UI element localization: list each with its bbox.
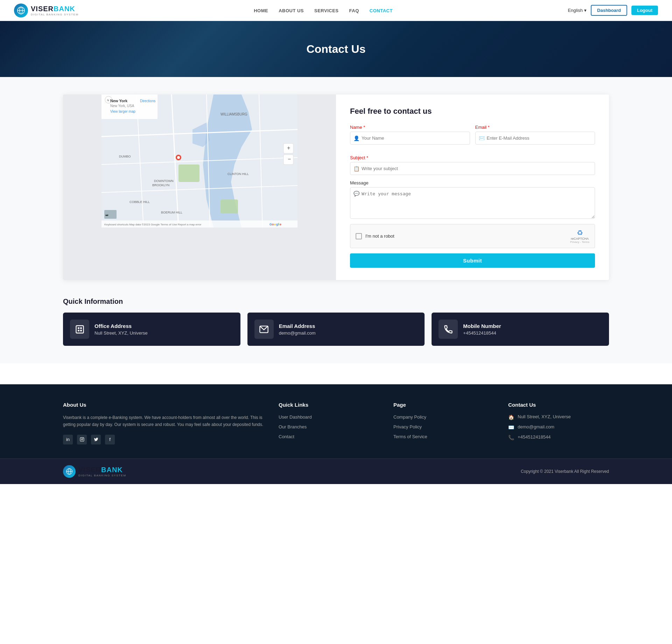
svg-point-21 <box>177 156 180 159</box>
phone-card-value: +454512418544 <box>463 330 501 336</box>
nav-services[interactable]: SERVICES <box>314 8 339 13</box>
message-group: Message 💬 <box>350 180 595 219</box>
svg-text:CLINTON HILL: CLINTON HILL <box>227 172 249 176</box>
office-card-value: Null Street, XYZ, Universe <box>94 330 148 336</box>
footer-brand-text: VISERBANK DIGITAL BANKING SYSTEM <box>78 466 126 477</box>
facebook-icon[interactable]: f <box>105 435 115 444</box>
navbar: VISERBANK DIGITAL BANKING SYSTEM HOME AB… <box>0 0 672 21</box>
svg-text:e: e <box>280 223 281 226</box>
nav-contact[interactable]: CONTACT <box>370 8 393 13</box>
subject-input[interactable] <box>350 162 595 175</box>
logout-button[interactable]: Logout <box>631 6 658 15</box>
map-image: WILLIAMSBURG DOWNTOWN BROOKLYN DUMBO CLI… <box>63 94 336 227</box>
footer-brand: VISERBANK DIGITAL BANKING SYSTEM <box>63 465 126 478</box>
email-group: Email * ✉️ <box>475 125 595 145</box>
office-card-title: Office Address <box>94 323 148 329</box>
nav-links: HOME ABOUT US SERVICES FAQ CONTACT <box>254 8 393 13</box>
user-icon: 👤 <box>354 135 359 141</box>
subject-label: Subject * <box>350 155 595 160</box>
footer-link-company-policy[interactable]: Company Policy <box>393 414 494 420</box>
footer-link-contact[interactable]: Contact <box>279 434 379 439</box>
nav-faq[interactable]: FAQ <box>349 8 359 13</box>
footer-contact-phone: 📞 +454512418544 <box>508 434 609 440</box>
map-container: WILLIAMSBURG DOWNTOWN BROOKLYN DUMBO CLI… <box>63 94 336 280</box>
quick-info-title: Quick Information <box>63 298 609 306</box>
recaptcha-brand: reCAPTCHA <box>571 237 589 240</box>
brand-name: VISERBANK <box>31 5 79 13</box>
subject-icon: 📋 <box>354 166 359 172</box>
footer-link-terms[interactable]: Terms of Service <box>393 434 494 439</box>
footer-about-title: About Us <box>63 402 265 408</box>
footer-contact-col: Contact Us 🏠 Null Street, XYZ, Universe … <box>508 402 609 444</box>
svg-text:N: N <box>107 99 109 102</box>
contact-section: WILLIAMSBURG DOWNTOWN BROOKLYN DUMBO CLI… <box>63 94 609 280</box>
linkedin-icon[interactable]: in <box>63 435 73 444</box>
svg-rect-47 <box>80 330 82 331</box>
footer-address-icon: 🏠 <box>508 414 514 420</box>
captcha-checkbox[interactable] <box>356 233 362 239</box>
language-label: English <box>568 8 583 13</box>
captcha-right: ♻ reCAPTCHA Privacy - Terms <box>570 229 589 244</box>
recaptcha-links: Privacy - Terms <box>570 240 589 244</box>
phone-card: Mobile Number +454512418544 <box>432 313 609 346</box>
name-label: Name * <box>350 125 470 130</box>
name-input[interactable] <box>350 132 470 145</box>
footer-page-col: Page Company Policy Privacy Policy Terms… <box>393 402 494 444</box>
nav-home[interactable]: HOME <box>254 8 268 13</box>
message-textarea-wrapper: 💬 <box>350 187 595 219</box>
svg-rect-44 <box>78 327 79 329</box>
footer: About Us Viserbank is a complete e-Banki… <box>0 384 672 484</box>
main-content: WILLIAMSBURG DOWNTOWN BROOKLYN DUMBO CLI… <box>0 77 672 363</box>
svg-text:Directions: Directions <box>140 99 155 103</box>
brand-text: VISERBANK DIGITAL BANKING SYSTEM <box>31 5 79 16</box>
footer-email-text: demo@gmail.com <box>518 424 554 429</box>
footer-link-dashboard[interactable]: User Dashboard <box>279 414 379 420</box>
footer-quicklinks-list: User Dashboard Our Branches Contact <box>279 414 379 439</box>
footer-brand-subtitle: DIGITAL BANKING SYSTEM <box>78 474 126 477</box>
svg-text:COBBLE HILL: COBBLE HILL <box>130 200 150 204</box>
language-selector[interactable]: English ▾ <box>568 8 587 13</box>
captcha-left: I'm not a robot <box>356 233 394 239</box>
footer-page-list: Company Policy Privacy Policy Terms of S… <box>393 414 494 439</box>
footer-phone-icon: 📞 <box>508 435 514 440</box>
dashboard-button[interactable]: Dashboard <box>591 5 627 16</box>
form-title: Feel free to contact us <box>350 107 595 116</box>
footer-page-title: Page <box>393 402 494 408</box>
footer-social: in f <box>63 435 265 444</box>
navbar-right: English ▾ Dashboard Logout <box>568 5 658 16</box>
twitter-icon[interactable] <box>91 435 101 444</box>
office-card: Office Address Null Street, XYZ, Univers… <box>63 313 240 346</box>
phone-card-title: Mobile Number <box>463 323 501 329</box>
svg-point-51 <box>83 438 83 439</box>
email-icon-card <box>254 320 274 339</box>
captcha-box: I'm not a robot ♻ reCAPTCHA Privacy - Te… <box>350 224 595 248</box>
nav-about[interactable]: ABOUT US <box>279 8 304 13</box>
footer-email-icon: ✉️ <box>508 425 514 430</box>
email-label: Email * <box>475 125 595 130</box>
footer-address-text: Null Street, XYZ, Universe <box>518 414 571 419</box>
footer-brand-name: VISERBANK <box>78 466 126 474</box>
svg-rect-45 <box>80 327 82 329</box>
email-input[interactable] <box>475 132 595 145</box>
svg-text:View larger map: View larger map <box>110 110 136 113</box>
svg-text:+: + <box>287 145 290 151</box>
footer-link-branches[interactable]: Our Branches <box>279 424 379 429</box>
phone-icon-card <box>439 320 458 339</box>
instagram-icon[interactable] <box>77 435 87 444</box>
submit-button[interactable]: Submit <box>350 253 595 268</box>
svg-text:BOERUM HILL: BOERUM HILL <box>161 211 182 214</box>
subject-input-wrapper: 📋 <box>350 162 595 175</box>
message-textarea[interactable] <box>350 187 595 219</box>
svg-text:DUMBO: DUMBO <box>119 155 131 158</box>
footer-contact-address: 🏠 Null Street, XYZ, Universe <box>508 414 609 420</box>
quick-info-section: Quick Information Office Address Null St… <box>63 298 609 346</box>
footer-about-col: About Us Viserbank is a complete e-Banki… <box>63 402 265 444</box>
svg-text:g: g <box>276 223 278 226</box>
footer-logo-icon <box>63 465 76 478</box>
footer-link-privacy-policy[interactable]: Privacy Policy <box>393 424 494 429</box>
subject-group: Subject * 📋 <box>350 155 595 175</box>
svg-text:New York, USA: New York, USA <box>110 104 134 108</box>
chevron-down-icon: ▾ <box>584 8 587 13</box>
office-card-content: Office Address Null Street, XYZ, Univers… <box>94 323 148 336</box>
footer-copyright: Copyright © 2021 Viserbank All Right Res… <box>521 469 609 474</box>
